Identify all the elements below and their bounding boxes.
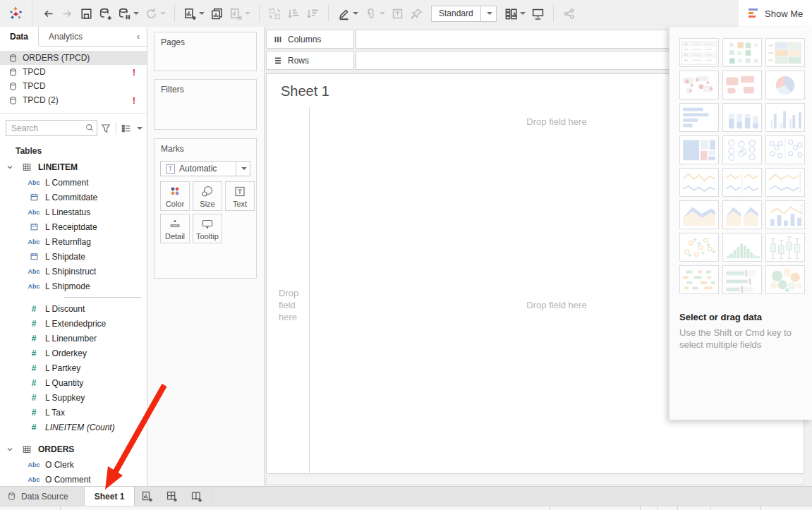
mark-type-caret[interactable] [236,162,250,176]
fit-selector-caret-icon[interactable] [480,6,496,21]
view-as-caret-icon[interactable] [137,127,143,130]
showme-stacked-bars[interactable] [722,103,762,132]
data-source-item[interactable]: ORDERS (TPCD) [0,51,147,65]
presentation-mode-button[interactable] [529,4,547,23]
showme-horizontal-bars[interactable] [679,103,719,132]
field-item[interactable]: #LINEITEM (Count) [0,420,147,435]
field-item[interactable]: AbcO Comment [0,472,147,486]
field-item[interactable]: AbcL Shipmode [0,279,147,293]
new-worksheet-caret-icon[interactable] [199,12,205,15]
showme-bullet-graph[interactable] [722,265,762,294]
showme-area-continuous[interactable] [679,200,719,229]
showme-heat-map[interactable] [765,38,805,67]
duplicate-sheet-button[interactable] [208,4,226,23]
field-item[interactable]: #L Discount [0,301,147,316]
run-auto-updates-caret-icon[interactable] [160,12,166,15]
field-item[interactable]: #L Partkey [0,360,147,375]
field-item[interactable]: AbcL Comment [0,175,147,190]
group-members-caret-icon[interactable] [380,12,385,15]
show-me-button[interactable]: Show Me [739,0,812,27]
table-group-lineitem[interactable]: LINEITEM [0,159,147,175]
new-worksheet-button[interactable] [181,4,207,23]
highlight-caret-icon[interactable] [353,12,358,15]
data-source-tab[interactable]: Data Source [0,487,85,506]
sort-ascending-button[interactable] [285,4,303,23]
new-story-button[interactable] [184,487,209,506]
pane-tab-data[interactable]: Data [0,27,39,47]
field-item[interactable]: #L Orderkey [0,346,147,360]
showme-lines-discrete[interactable] [722,168,762,197]
fix-axes-button[interactable] [408,4,425,23]
show-hide-cards-button[interactable] [502,4,528,23]
new-worksheet-button[interactable] [135,487,159,506]
marks-color-button[interactable]: Color [160,181,190,211]
search-input[interactable] [6,120,97,136]
showme-gantt[interactable] [679,265,719,294]
share-button[interactable] [560,4,578,23]
showme-symbol-map[interactable] [679,71,719,99]
clear-sheet-button[interactable] [227,4,253,23]
field-item[interactable]: AbcL Returnflag [0,234,147,249]
swap-rows-columns-button[interactable] [266,4,284,23]
field-item[interactable]: #L Suppkey [0,390,147,405]
marks-size-button[interactable]: Size [193,181,222,211]
marks-detail-button[interactable]: Detail [160,214,190,243]
showme-scatter-plot[interactable] [679,233,719,262]
pane-tab-analytics[interactable]: Analytics [39,27,92,46]
showme-highlight-table[interactable] [722,38,762,67]
rows-shelf-label[interactable]: Rows [266,51,354,70]
showme-lines-continuous[interactable] [679,168,719,197]
data-source-item[interactable]: TPCD! [0,65,147,79]
sort-descending-button[interactable] [304,4,322,23]
save-button[interactable] [78,4,95,23]
view-as-list-icon[interactable] [121,123,132,134]
field-item[interactable]: #L Tax [0,405,147,420]
marks-text-button[interactable]: Text [225,181,255,211]
group-members-button[interactable] [362,4,387,23]
field-item[interactable]: AbcL Shipinstruct [0,264,147,279]
showme-circle-views[interactable] [722,135,762,164]
fit-selector[interactable]: Standard [431,6,497,22]
new-dashboard-button[interactable] [159,487,184,506]
data-source-item[interactable]: TPCD (2)! [0,93,147,107]
showme-area-discrete[interactable] [722,200,762,229]
field-item[interactable]: #L Linenumber [0,331,147,346]
field-item[interactable]: #L Extendedprice [0,316,147,331]
showme-side-by-side-bars[interactable] [765,103,805,132]
show-hide-cards-caret-icon[interactable] [520,12,526,15]
field-item[interactable]: L Receiptdate [0,219,147,234]
showme-histogram[interactable] [722,233,762,262]
pause-auto-updates-caret-icon[interactable] [133,12,139,15]
showme-packed-bubbles[interactable] [765,265,805,294]
show-mark-labels-button[interactable] [389,4,406,23]
highlight-button[interactable] [335,4,360,23]
redo-button[interactable] [59,4,76,23]
new-data-source-button[interactable] [97,4,114,23]
collapse-pane-icon[interactable]: ‹ [130,27,147,46]
pages-card[interactable]: Pages [154,32,257,71]
field-item[interactable]: AbcL Linestatus [0,205,147,219]
showme-dual-combination[interactable] [765,200,805,229]
filter-fields-icon[interactable] [100,123,111,134]
filters-card[interactable]: Filters [154,79,257,130]
field-item[interactable]: AbcO Clerk [0,457,147,472]
showme-treemap[interactable] [679,135,719,164]
horizontal-scroll-area[interactable] [266,477,804,485]
drop-zone-rows[interactable]: Drop field here [267,287,309,323]
pause-auto-updates-button[interactable] [116,4,141,23]
showme-text-table[interactable] [679,38,719,67]
columns-shelf-label[interactable]: Columns [266,30,354,49]
undo-button[interactable] [40,4,57,23]
showme-filled-map[interactable] [722,71,762,99]
run-auto-updates-button[interactable] [143,4,168,23]
showme-pie-chart[interactable] [765,71,805,99]
showme-box-and-whisker[interactable] [765,233,805,262]
showme-side-by-side-circles[interactable] [765,135,805,164]
field-item[interactable]: #L Quantity [0,375,147,390]
marks-tooltip-button[interactable]: Tooltip [193,214,222,243]
sheet-tab-sheet1[interactable]: Sheet 1 [85,487,135,506]
table-group-orders[interactable]: ORDERS [0,442,147,457]
field-item[interactable]: L Commitdate [0,190,147,205]
mark-type-dropdown[interactable]: T Automatic [160,161,250,176]
field-item[interactable]: L Shipdate [0,249,147,264]
